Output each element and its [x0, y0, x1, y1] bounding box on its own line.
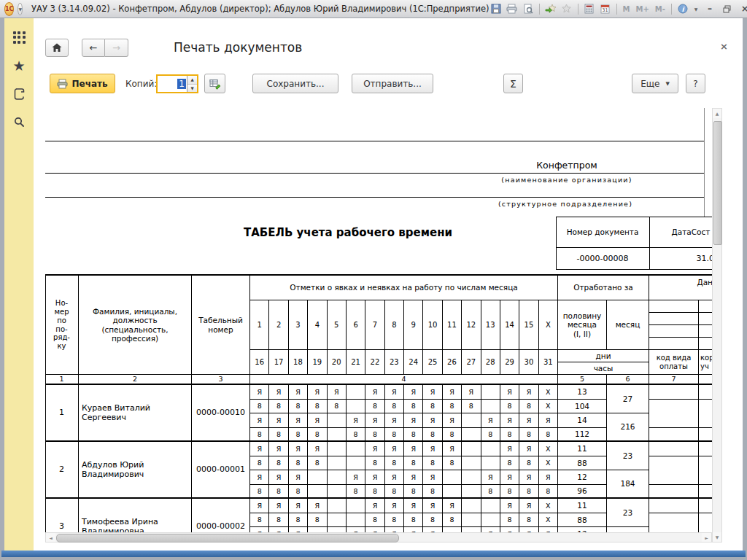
half-month-value-cell: 12 [558, 470, 607, 485]
print-icon[interactable] [506, 3, 519, 15]
close-window-button[interactable]: × [738, 3, 747, 15]
day-mark-cell: Я [250, 499, 269, 513]
spin-up-button[interactable]: ▲ [187, 76, 197, 84]
day-mark-cell: 8 [519, 400, 538, 414]
tab-number-cell: 0000-00002 [192, 499, 250, 532]
horizontal-scrollbar[interactable]: ◄ ► [45, 532, 712, 542]
memory-store-button[interactable]: M [622, 5, 632, 13]
corr-cell [699, 442, 712, 456]
day-mark-cell: Я [365, 442, 384, 456]
toolbar: Печать Копий: 1 ▲ ▼ Сохранить... Отправи [34, 74, 743, 97]
paycode-cell [649, 400, 699, 428]
month-value-cell [607, 527, 649, 532]
paycode-cell [649, 485, 699, 499]
copies-input[interactable]: 1 [158, 76, 187, 92]
more-button[interactable]: Еще ▼ [632, 74, 678, 93]
day-mark-cell: 8 [481, 428, 500, 443]
memory-minus-button[interactable]: M- [654, 5, 667, 13]
header-worked-group: Отработано за [558, 276, 649, 300]
sidebar-item-favorites[interactable]: ★ [10, 57, 28, 74]
horizontal-scroll-thumb[interactable] [56, 534, 399, 542]
spin-down-button[interactable]: ▼ [187, 84, 197, 93]
month-value-cell: 216 [607, 413, 649, 442]
day-header-cell: 20 [328, 350, 347, 375]
day-mark-cell: Я [519, 442, 538, 456]
home-button[interactable] [45, 39, 69, 57]
day-mark-cell: 8 [365, 400, 384, 414]
print-settings-button[interactable] [204, 74, 225, 93]
day-mark-cell: Я [539, 413, 558, 428]
org-underline [45, 173, 704, 174]
info-dropdown-icon[interactable]: ▼ [692, 3, 700, 15]
star-icon: ★ [12, 59, 25, 73]
add-favorite-icon[interactable] [544, 3, 557, 15]
header-paycode: код вида оплаты [649, 350, 699, 375]
day-header-cell: 15 [519, 300, 538, 350]
save-icon[interactable] [489, 3, 503, 15]
save-button[interactable]: Сохранить... [252, 74, 338, 93]
spinner-buttons: ▲ ▼ [187, 76, 197, 92]
day-mark-cell [462, 442, 481, 456]
info-icon[interactable]: i [676, 3, 689, 15]
send-button-label: Отправить... [363, 79, 422, 89]
scroll-down-button[interactable]: ▼ [713, 532, 721, 542]
day-header-cell: 18 [289, 350, 308, 375]
day-header-cell: 21 [347, 350, 365, 375]
day-mark-cell: Я [289, 470, 308, 485]
form-close-button[interactable]: × [720, 41, 728, 52]
paycode-cell [649, 456, 699, 485]
day-mark-cell [328, 428, 347, 443]
scroll-up-button[interactable]: ▲ [713, 109, 721, 118]
memory-plus-button[interactable]: M+ [635, 5, 651, 13]
system-menu-button[interactable]: ▼ [18, 3, 23, 15]
day-mark-cell [308, 470, 327, 485]
sidebar-item-menu[interactable] [10, 28, 28, 46]
vertical-scrollbar[interactable]: ▲ ▼ [712, 108, 722, 542]
scroll-right-button[interactable]: ► [702, 533, 711, 542]
day-mark-cell: 8 [443, 513, 462, 528]
vertical-scroll-thumb[interactable] [713, 121, 722, 245]
day-mark-cell [481, 385, 500, 400]
day-mark-cell: Я [269, 413, 288, 428]
restore-button[interactable] [720, 3, 735, 15]
tab-number-cell: 0000-00001 [192, 442, 250, 499]
day-mark-cell: X [539, 499, 558, 513]
day-mark-cell: Я [404, 470, 423, 485]
back-button[interactable]: ← [82, 39, 105, 57]
day-header-cell: 13 [481, 300, 500, 350]
sum-button[interactable]: Σ [503, 74, 523, 93]
day-mark-cell: Я [404, 499, 423, 513]
day-mark-cell: Я [269, 527, 288, 532]
app-logo-icon[interactable]: 1С [4, 2, 14, 16]
favorites-icon[interactable] [560, 3, 573, 15]
day-header-cell: X [539, 300, 558, 350]
calculator-icon[interactable] [583, 3, 596, 15]
day-mark-cell [443, 470, 462, 485]
day-mark-cell [347, 442, 365, 456]
print-button[interactable]: Печать [50, 74, 115, 93]
help-button[interactable]: ? [686, 74, 705, 93]
day-mark-cell: 8 [250, 513, 269, 528]
data-strip-cell [699, 325, 712, 338]
day-mark-cell: 8 [289, 513, 308, 528]
day-mark-cell: 8 [250, 428, 269, 443]
sidebar-item-history[interactable] [10, 85, 28, 103]
corr-cell [699, 385, 712, 400]
forward-button[interactable]: → [105, 39, 128, 57]
sidebar-item-search[interactable] [10, 114, 28, 131]
copies-spinner[interactable]: 1 ▲ ▼ [156, 74, 198, 93]
calendar-icon[interactable]: 31 [599, 3, 612, 15]
day-header-cell: 23 [385, 350, 404, 375]
print-preview-icon[interactable] [522, 3, 535, 15]
chevron-down-icon: ▼ [18, 7, 22, 12]
header-days-group: Отметки о явках и неявках на работу по ч… [250, 276, 558, 300]
scroll-left-button[interactable]: ◄ [46, 533, 55, 542]
send-button[interactable]: Отправить... [352, 74, 433, 93]
minimize-button[interactable]: – [703, 3, 717, 15]
day-mark-cell [481, 400, 500, 414]
day-mark-cell: 8 [385, 485, 404, 499]
day-mark-cell: Я [269, 470, 288, 485]
day-mark-cell: Я [500, 385, 519, 400]
day-mark-cell [481, 499, 500, 513]
document-preview[interactable]: Конфетпром (наименование организации) (с… [45, 108, 712, 532]
